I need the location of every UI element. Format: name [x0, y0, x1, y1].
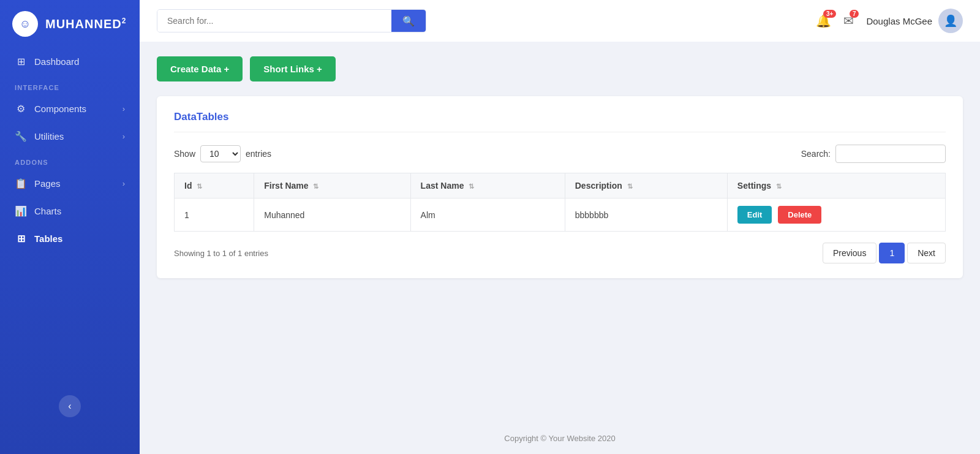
- table-header-row: Id ⇅ First Name ⇅ Last Name ⇅: [175, 173, 946, 199]
- edit-button[interactable]: Edit: [737, 206, 772, 224]
- sidebar-item-charts[interactable]: 📊 Charts: [0, 197, 140, 225]
- search-label: Search:: [801, 149, 831, 159]
- datatable-title: DataTables: [174, 111, 946, 132]
- interface-section-label: INTERFACE: [0, 75, 140, 95]
- datatable-table: Id ⇅ First Name ⇅ Last Name ⇅: [174, 173, 946, 232]
- cell-first-name: Muhanned: [254, 199, 410, 232]
- pagination: Previous 1 Next: [823, 243, 946, 263]
- sort-icon: ⇅: [627, 183, 633, 190]
- cell-settings: Edit Delete: [727, 199, 945, 232]
- topbar: 🔍 🔔 3+ ✉ 7 Douglas McGee 👤: [140, 0, 980, 42]
- delete-button[interactable]: Delete: [778, 206, 821, 224]
- footer-text: Copyright © Your Website 2020: [504, 434, 615, 443]
- sidebar-item-tables[interactable]: ⊞ Tables: [0, 225, 140, 252]
- sidebar-item-label: Components: [34, 104, 86, 114]
- avatar: 👤: [938, 9, 963, 33]
- notif-badge: 3+: [823, 10, 836, 18]
- charts-icon: 📊: [15, 205, 27, 217]
- col-id: Id ⇅: [175, 173, 254, 199]
- sort-icon: ⇅: [197, 183, 202, 190]
- components-icon: ⚙: [15, 103, 27, 115]
- cell-last-name: Alm: [410, 199, 565, 232]
- chevron-right-icon: ›: [123, 132, 125, 141]
- mail-badge: 7: [850, 10, 859, 18]
- search-icon: 🔍: [402, 15, 415, 27]
- dashboard-icon: ⊞: [15, 56, 27, 67]
- showing-text: Showing 1 to 1 of 1 entries: [174, 249, 268, 258]
- page-content: Create Data + Short Links + DataTables S…: [140, 42, 980, 423]
- datatable-search: Search:: [801, 145, 946, 163]
- datatable-search-input[interactable]: [835, 145, 946, 163]
- utilities-icon: 🔧: [15, 131, 27, 142]
- show-label: Show: [174, 149, 195, 159]
- cell-description: bbbbbbb: [565, 199, 727, 232]
- user-name: Douglas McGee: [866, 16, 932, 26]
- col-id-label: Id: [184, 181, 192, 191]
- col-description-label: Description: [575, 181, 622, 191]
- sidebar-item-pages[interactable]: 📋 Pages ›: [0, 170, 140, 197]
- sidebar-logo[interactable]: ☺ MUHANNED2: [0, 0, 140, 48]
- col-settings-label: Settings: [737, 181, 771, 191]
- col-description: Description ⇅: [565, 173, 727, 199]
- sort-icon: ⇅: [469, 183, 474, 190]
- addons-section-label: ADDONS: [0, 150, 140, 170]
- short-links-button[interactable]: Short Links +: [250, 56, 335, 81]
- next-button[interactable]: Next: [907, 243, 946, 263]
- chevron-right-icon: ›: [123, 104, 125, 113]
- col-settings: Settings ⇅: [727, 173, 945, 199]
- entries-select[interactable]: 10 25 50 100: [200, 145, 241, 162]
- sidebar-item-label: Charts: [34, 206, 61, 216]
- pages-icon: 📋: [15, 178, 27, 189]
- entries-label: entries: [246, 149, 271, 159]
- col-first-name-label: First Name: [264, 181, 308, 191]
- user-info[interactable]: Douglas McGee 👤: [866, 9, 963, 33]
- search-button[interactable]: 🔍: [391, 10, 426, 32]
- sidebar-navigation: ⊞ Dashboard INTERFACE ⚙ Components › 🔧 U…: [0, 48, 140, 442]
- sidebar-item-dashboard[interactable]: ⊞ Dashboard: [0, 48, 140, 75]
- table-row: 1 Muhanned Alm bbbbbbb Edit Delete: [175, 199, 946, 232]
- create-data-button[interactable]: Create Data +: [157, 56, 243, 81]
- sidebar-collapse-button[interactable]: ‹: [59, 395, 81, 417]
- app-badge: 2: [122, 17, 127, 25]
- previous-button[interactable]: Previous: [823, 243, 876, 263]
- sidebar-item-utilities[interactable]: 🔧 Utilities ›: [0, 123, 140, 150]
- col-first-name: First Name ⇅: [254, 173, 410, 199]
- datatable-footer: Showing 1 to 1 of 1 entries Previous 1 N…: [174, 243, 946, 263]
- sort-icon: ⇅: [313, 183, 318, 190]
- datatable-card: DataTables Show 10 25 50 100 entries: [157, 96, 963, 278]
- sidebar-item-components[interactable]: ⚙ Components ›: [0, 95, 140, 123]
- action-bar: Create Data + Short Links +: [157, 56, 963, 81]
- topbar-right: 🔔 3+ ✉ 7 Douglas McGee 👤: [816, 9, 963, 33]
- sidebar-item-label: Dashboard: [34, 56, 79, 67]
- main-content: 🔍 🔔 3+ ✉ 7 Douglas McGee 👤: [140, 0, 980, 454]
- sort-icon: ⇅: [776, 183, 782, 190]
- datatable-controls: Show 10 25 50 100 entries Search:: [174, 145, 946, 163]
- table-body: 1 Muhanned Alm bbbbbbb Edit Delete: [175, 199, 946, 232]
- app-name-text: MUHANNED: [45, 17, 122, 31]
- cell-id: 1: [175, 199, 254, 232]
- search-wrap: 🔍: [157, 9, 426, 32]
- show-entries-control: Show 10 25 50 100 entries: [174, 145, 271, 162]
- tables-icon: ⊞: [15, 233, 27, 244]
- chevron-right-icon: ›: [123, 179, 125, 188]
- sidebar-item-label: Utilities: [34, 131, 64, 142]
- search-input[interactable]: [157, 10, 391, 32]
- logo-icon: ☺: [12, 11, 38, 37]
- sidebar-item-label: Pages: [34, 178, 61, 189]
- page-footer: Copyright © Your Website 2020: [140, 423, 980, 454]
- col-last-name-label: Last Name: [421, 181, 464, 191]
- sidebar-item-label: Tables: [34, 233, 62, 244]
- table-head: Id ⇅ First Name ⇅ Last Name ⇅: [175, 173, 946, 199]
- col-last-name: Last Name ⇅: [410, 173, 565, 199]
- app-name: MUHANNED2: [45, 17, 126, 31]
- page-1-button[interactable]: 1: [879, 243, 905, 263]
- notifications-button[interactable]: 🔔 3+: [816, 13, 831, 28]
- chevron-left-icon: ‹: [68, 401, 71, 412]
- sidebar: ☺ MUHANNED2 ⊞ Dashboard INTERFACE ⚙ Comp…: [0, 0, 140, 454]
- mail-button[interactable]: ✉ 7: [843, 13, 854, 28]
